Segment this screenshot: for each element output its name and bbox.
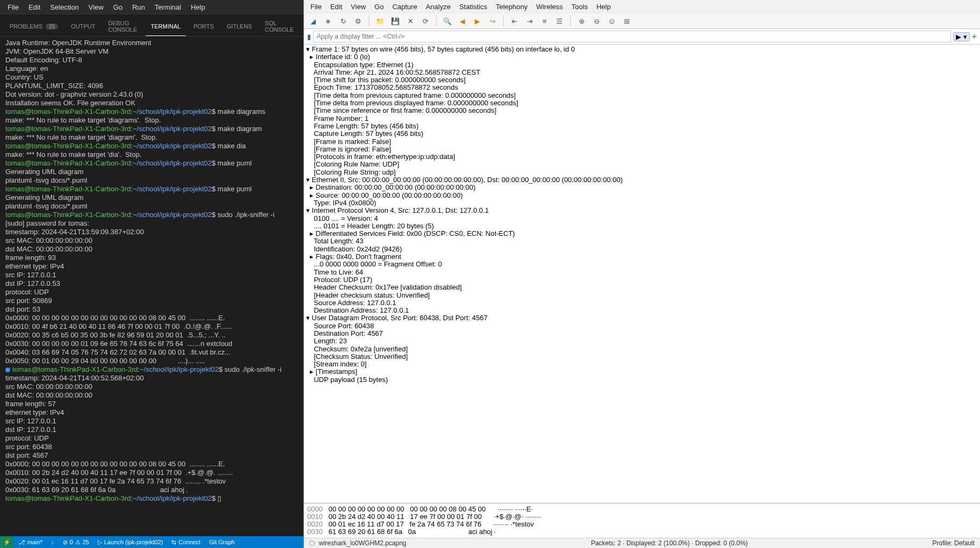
wmenu-statistics[interactable]: Statistics — [455, 1, 491, 12]
tab-ports[interactable]: PORTS — [188, 17, 219, 36]
packet-hex-view[interactable]: 0000 00 00 00 00 00 00 00 00 00 00 00 00… — [304, 503, 980, 538]
menu-file[interactable]: File — [3, 2, 23, 13]
git-branch[interactable]: ⎇ main* — [14, 539, 47, 546]
status-file: wireshark_lo0WGHM2.pcapng — [319, 539, 406, 547]
zoom-reset-icon[interactable]: ⊙ — [606, 15, 618, 27]
tab-problems[interactable]: PROBLEMS25 — [4, 17, 63, 36]
wmenu-go[interactable]: Go — [370, 1, 388, 12]
wmenu-analyze[interactable]: Analyze — [422, 1, 455, 12]
debug-launch[interactable]: ▷ Launch (ipk-projekt02) — [93, 539, 167, 546]
status-profile[interactable]: Profile: Default — [932, 539, 975, 547]
menu-help[interactable]: Help — [186, 2, 209, 13]
expert-info-icon[interactable] — [309, 540, 315, 546]
prev-packet-icon[interactable]: ◀ — [456, 15, 468, 27]
jump-icon[interactable]: ↪ — [487, 15, 498, 27]
wireshark-menubar: FileEditViewGoCaptureAnalyzeStatisticsTe… — [304, 0, 980, 13]
panel-tabs: PROBLEMS25OUTPUTDEBUG CONSOLETERMINALPOR… — [0, 15, 303, 37]
options-icon[interactable]: ⚙ — [352, 15, 364, 27]
display-filter-bar: ▮ ▶ ▾ + — [304, 29, 980, 45]
terminal-output[interactable]: Java Runtime: OpenJDK Runtime Environmen… — [0, 37, 303, 536]
menu-go[interactable]: Go — [109, 2, 127, 13]
menu-edit[interactable]: Edit — [24, 2, 45, 13]
tab-debug-console[interactable]: DEBUG CONSOLE — [103, 17, 143, 36]
wireshark-statusbar: wireshark_lo0WGHM2.pcapng Packets: 2 · D… — [304, 538, 980, 548]
restart-capture-icon[interactable]: ↻ — [337, 15, 349, 27]
status-packets: Packets: 2 · Displayed: 2 (100.0%) · Dro… — [591, 539, 747, 547]
vscode-window: FileEditSelectionViewGoRunTerminalHelp P… — [0, 0, 303, 548]
shark-fin-icon[interactable]: ◢ — [307, 15, 319, 27]
wmenu-tools[interactable]: Tools — [567, 1, 592, 12]
zoom-out-icon[interactable]: ⊖ — [591, 15, 602, 27]
vscode-statusbar: ⚡ ⎇ main* ↓ ⊘ 0 ⚠ 25 ▷ Launch (ipk-proje… — [0, 536, 303, 548]
next-packet-icon[interactable]: ▶ — [471, 15, 483, 27]
open-file-icon[interactable]: 📁 — [374, 15, 386, 27]
tab-gitlens[interactable]: GITLENS — [221, 17, 257, 36]
menu-terminal[interactable]: Terminal — [150, 2, 185, 13]
wmenu-help[interactable]: Help — [592, 1, 615, 12]
wmenu-wireless[interactable]: Wireless — [532, 1, 567, 12]
colorize-icon[interactable]: ☰ — [554, 15, 565, 27]
git-graph[interactable]: Git Graph — [205, 539, 239, 545]
reload-icon[interactable]: ⟳ — [419, 15, 431, 27]
wmenu-capture[interactable]: Capture — [388, 1, 422, 12]
auto-scroll-icon[interactable]: ≡ — [539, 15, 550, 27]
vscode-menubar: FileEditSelectionViewGoRunTerminalHelp — [0, 0, 303, 15]
close-file-icon[interactable]: ✕ — [404, 15, 416, 27]
wmenu-telephony[interactable]: Telephony — [491, 1, 532, 12]
packet-details-tree[interactable]: ▾ Frame 1: 57 bytes on wire (456 bits), … — [304, 45, 980, 503]
filter-apply-icon[interactable]: ▶ ▾ — [953, 32, 970, 41]
wmenu-edit[interactable]: Edit — [326, 1, 346, 12]
tab-terminal[interactable]: TERMINAL — [146, 17, 186, 36]
add-filter-icon[interactable]: + — [972, 32, 977, 41]
wmenu-view[interactable]: View — [346, 1, 370, 12]
wireshark-toolbar: ◢ ■ ↻ ⚙ 📁 💾 ✕ ⟳ 🔍 ◀ ▶ ↪ ⇤ ⇥ ≡ ☰ ⊕ ⊖ ⊙ ⊞ — [304, 13, 980, 29]
go-first-icon[interactable]: ⇤ — [509, 15, 520, 27]
save-file-icon[interactable]: 💾 — [389, 15, 401, 27]
problems-count[interactable]: ⊘ 0 ⚠ 25 — [59, 539, 93, 546]
remote-indicator[interactable]: ⚡ — [0, 536, 14, 548]
zoom-in-icon[interactable]: ⊕ — [576, 15, 587, 27]
stop-capture-icon[interactable]: ■ — [322, 15, 334, 27]
bookmark-icon[interactable]: ▮ — [307, 33, 311, 41]
connect-button[interactable]: ⇆ Connect — [167, 539, 205, 546]
menu-run[interactable]: Run — [128, 2, 149, 13]
tab-sql-console[interactable]: SQL CONSOLE — [259, 17, 299, 36]
resize-cols-icon[interactable]: ⊞ — [621, 15, 633, 27]
wmenu-file[interactable]: File — [306, 1, 326, 12]
find-icon[interactable]: 🔍 — [441, 15, 453, 27]
menu-selection[interactable]: Selection — [46, 2, 83, 13]
git-sync[interactable]: ↓ — [47, 539, 59, 545]
wireshark-window: FileEditViewGoCaptureAnalyzeStatisticsTe… — [303, 0, 980, 548]
go-last-icon[interactable]: ⇥ — [524, 15, 535, 27]
menu-view[interactable]: View — [84, 2, 108, 13]
tab-output[interactable]: OUTPUT — [66, 17, 100, 36]
display-filter-input[interactable] — [313, 31, 951, 42]
